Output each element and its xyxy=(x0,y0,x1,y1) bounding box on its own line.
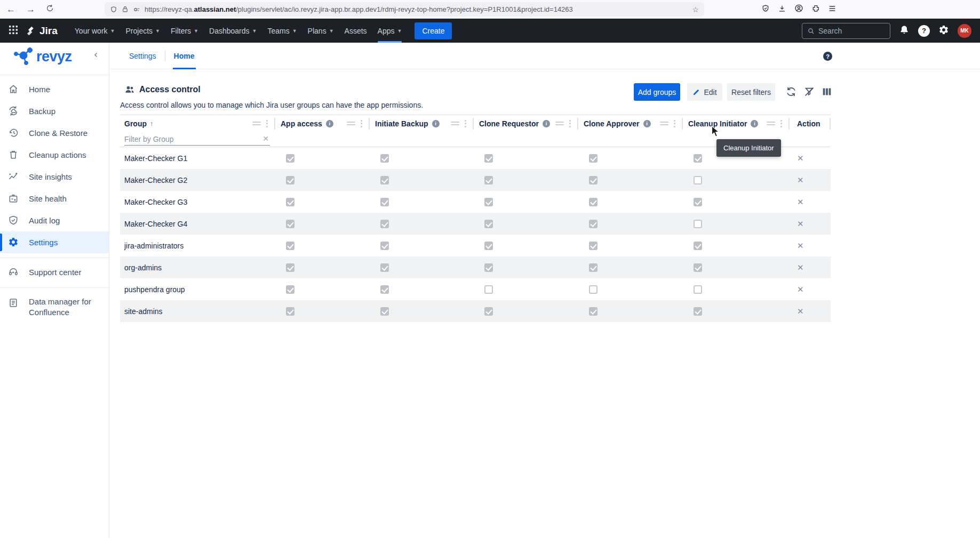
sidebar-item-site-health[interactable]: Site health xyxy=(0,188,109,210)
tab-settings[interactable]: Settings xyxy=(128,43,157,69)
nav-apps[interactable]: Apps▼ xyxy=(372,19,408,43)
sidebar-item-cleanup-actions[interactable]: Cleanup actions xyxy=(0,144,109,166)
checkbox-checked-icon[interactable] xyxy=(484,154,493,163)
create-button[interactable]: Create xyxy=(415,22,452,39)
checkbox-checked-icon[interactable] xyxy=(589,154,597,163)
sidebar-item-data-manager[interactable]: Data manager for Confluence xyxy=(0,291,109,324)
column-header-clone-requestor[interactable]: Clone Requestori xyxy=(473,115,577,132)
checkbox-checked-icon[interactable] xyxy=(286,220,294,228)
checkbox-checked-icon[interactable] xyxy=(380,242,389,250)
avatar[interactable]: MK xyxy=(958,24,971,38)
drag-handle-icon[interactable] xyxy=(555,122,564,125)
info-icon[interactable]: i xyxy=(643,120,651,127)
search-input[interactable] xyxy=(818,27,877,35)
group-filter-input[interactable] xyxy=(124,133,270,146)
info-icon[interactable]: i xyxy=(543,120,550,127)
checkbox-checked-icon[interactable] xyxy=(484,242,493,250)
column-header-initiate-backup[interactable]: Initiate Backupi xyxy=(369,115,473,132)
reset-filters-button[interactable]: Reset filters xyxy=(727,83,775,101)
checkbox-checked-icon[interactable] xyxy=(694,154,702,163)
url-bar[interactable]: https://revyz-qa.atlassian.net/plugins/s… xyxy=(105,2,704,17)
sidebar-collapse-icon[interactable] xyxy=(93,51,99,61)
checkbox-checked-icon[interactable] xyxy=(484,263,493,272)
edit-button[interactable]: Edit xyxy=(687,83,722,101)
extensions-icon[interactable] xyxy=(811,4,820,15)
sidebar-item-support-center[interactable]: Support center xyxy=(0,261,109,283)
page-help-icon[interactable]: ? xyxy=(823,52,832,61)
privacy-shield-icon[interactable] xyxy=(761,4,770,15)
checkbox-checked-icon[interactable] xyxy=(694,198,702,206)
sidebar-item-site-insights[interactable]: Site insights xyxy=(0,166,109,188)
remove-group-icon[interactable]: ✕ xyxy=(797,263,804,272)
checkbox-checked-icon[interactable] xyxy=(589,307,597,316)
permissions-icon[interactable] xyxy=(133,6,140,13)
tab-home[interactable]: Home xyxy=(173,43,196,69)
remove-group-icon[interactable]: ✕ xyxy=(797,307,804,316)
column-header-app-access[interactable]: App accessi xyxy=(274,115,369,132)
checkbox-checked-icon[interactable] xyxy=(380,176,389,184)
add-groups-button[interactable]: Add groups xyxy=(634,83,680,101)
checkbox-checked-icon[interactable] xyxy=(484,307,493,316)
checkbox-unchecked-icon[interactable] xyxy=(694,285,702,294)
checkbox-checked-icon[interactable] xyxy=(589,263,597,272)
checkbox-checked-icon[interactable] xyxy=(380,198,389,206)
sidebar-item-audit-log[interactable]: Audit log xyxy=(0,210,109,231)
drag-handle-icon[interactable] xyxy=(767,122,775,125)
checkbox-checked-icon[interactable] xyxy=(286,263,294,272)
reload-icon[interactable] xyxy=(46,4,54,14)
info-icon[interactable]: i xyxy=(326,120,333,127)
bookmark-star-icon[interactable]: ☆ xyxy=(692,5,699,14)
nav-filters[interactable]: Filters▼ xyxy=(165,19,204,43)
sort-ascending-icon[interactable]: ↑ xyxy=(150,119,154,127)
kebab-menu-icon[interactable] xyxy=(674,120,675,127)
filter-off-icon[interactable] xyxy=(803,86,815,98)
nav-dashboards[interactable]: Dashboards▼ xyxy=(204,19,262,43)
checkbox-checked-icon[interactable] xyxy=(380,285,389,294)
remove-group-icon[interactable]: ✕ xyxy=(797,219,804,229)
nav-plans[interactable]: Plans▼ xyxy=(302,19,339,43)
checkbox-unchecked-icon[interactable] xyxy=(589,285,597,294)
checkbox-checked-icon[interactable] xyxy=(380,220,389,228)
checkbox-checked-icon[interactable] xyxy=(484,220,493,228)
drag-handle-icon[interactable] xyxy=(451,122,459,125)
account-icon[interactable] xyxy=(794,4,803,15)
nav-assets[interactable]: Assets xyxy=(339,19,372,43)
tracking-shield-icon[interactable] xyxy=(110,6,117,13)
sidebar-item-backup[interactable]: Backup xyxy=(0,100,109,122)
forward-icon[interactable]: → xyxy=(26,5,35,14)
column-header-group[interactable]: Group ↑ xyxy=(120,115,274,132)
checkbox-checked-icon[interactable] xyxy=(286,285,294,294)
jira-logo[interactable]: Jira xyxy=(26,25,58,37)
kebab-menu-icon[interactable] xyxy=(780,120,782,127)
settings-gear-icon[interactable] xyxy=(938,25,949,37)
info-icon[interactable]: i xyxy=(432,120,440,127)
checkbox-checked-icon[interactable] xyxy=(286,154,294,163)
back-icon[interactable]: ← xyxy=(6,5,15,14)
checkbox-checked-icon[interactable] xyxy=(589,176,597,184)
remove-group-icon[interactable]: ✕ xyxy=(797,175,804,185)
info-icon[interactable]: i xyxy=(751,120,758,127)
drag-handle-icon[interactable] xyxy=(347,122,355,125)
checkbox-checked-icon[interactable] xyxy=(589,220,597,228)
checkbox-checked-icon[interactable] xyxy=(589,198,597,206)
checkbox-checked-icon[interactable] xyxy=(286,176,294,184)
checkbox-checked-icon[interactable] xyxy=(589,242,597,250)
drag-handle-icon[interactable] xyxy=(660,122,668,125)
clear-filter-icon[interactable]: ✕ xyxy=(262,134,269,143)
remove-group-icon[interactable]: ✕ xyxy=(797,154,804,163)
checkbox-checked-icon[interactable] xyxy=(380,263,389,272)
checkbox-unchecked-icon[interactable] xyxy=(694,220,702,228)
remove-group-icon[interactable]: ✕ xyxy=(797,285,804,294)
checkbox-checked-icon[interactable] xyxy=(286,242,294,250)
checkbox-checked-icon[interactable] xyxy=(484,198,493,206)
checkbox-checked-icon[interactable] xyxy=(380,154,389,163)
nav-projects[interactable]: Projects▼ xyxy=(120,19,165,43)
kebab-menu-icon[interactable] xyxy=(361,120,362,127)
menu-icon[interactable] xyxy=(828,4,836,15)
sidebar-item-clone-restore[interactable]: Clone & Restore xyxy=(0,122,109,144)
notifications-bell-icon[interactable] xyxy=(899,25,910,37)
checkbox-checked-icon[interactable] xyxy=(380,307,389,316)
refresh-icon[interactable] xyxy=(785,86,797,98)
drag-handle-icon[interactable] xyxy=(252,122,261,125)
column-header-cleanup-initiator[interactable]: Cleanup Initiatori xyxy=(682,115,788,132)
